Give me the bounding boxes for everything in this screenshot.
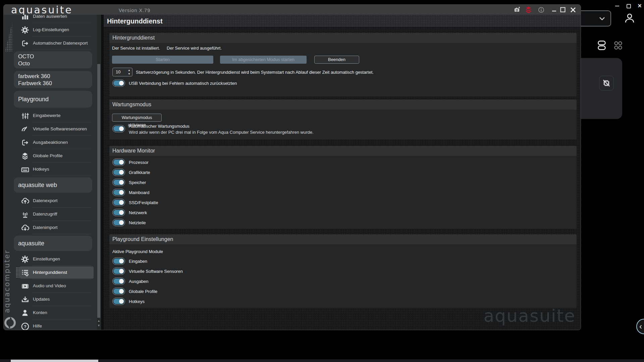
sidebar-card-octo[interactable]: OCTOOcto [14, 51, 92, 68]
taskbar-scrollbar-thumb[interactable] [11, 360, 98, 362]
sidebar-item-label: Datenexport [33, 198, 58, 203]
sidebar-item-ausgabeaktionen[interactable]: Ausgabeaktionen [4, 136, 97, 149]
toggle-description: Wird aktiv wenn der PC drei mal in Folge… [129, 130, 314, 135]
os-close-button[interactable]: × [636, 2, 643, 9]
service-status: Der Service ist installiert.Der Service … [112, 46, 222, 51]
toggle-row: Speicher [112, 177, 158, 187]
toggle-label: Netzteile [129, 220, 146, 225]
window-minimize-button[interactable] [550, 6, 558, 14]
sidebar-item-hotkeys[interactable]: Hotkeys [4, 163, 97, 176]
sidebar-item-einstellungen[interactable]: Einstellungen [4, 252, 97, 266]
status-installed: Der Service ist installiert. [112, 46, 160, 51]
usb-reset-toggle[interactable] [112, 79, 125, 87]
grid-view-icon[interactable] [614, 41, 623, 52]
start-service-button[interactable]: Starten [112, 56, 213, 64]
chart-bars-icon [20, 15, 30, 21]
toggle-row: Virtuelle Software Sensoren [112, 266, 183, 276]
section-title: Playground Einstellungen [109, 234, 577, 244]
toggle-label: SSD/Festplatte [129, 200, 158, 205]
aquasuite-watermark: aquasuite [483, 306, 576, 326]
card-label: OCTO [18, 53, 92, 60]
sidebar-item-label: Globale Profile [33, 153, 63, 158]
card-label: farbwerk 360 [18, 73, 92, 80]
hotkeys-toggle[interactable] [112, 298, 125, 305]
card-label: Playground [18, 96, 92, 103]
user-account-icon[interactable] [624, 13, 635, 25]
sidebar-item-datenzugriff[interactable]: Datenzugriff [4, 207, 97, 221]
sidebar-item-virtuelle-softwaresensoren[interactable]: Virtuelle Softwaresensoren [4, 122, 97, 136]
netzwerk-toggle[interactable] [112, 209, 125, 216]
sidebar-item-label: Ausgabeaktionen [33, 140, 68, 145]
sidebar-item-eingabewerte[interactable]: Eingabewerte [4, 109, 97, 122]
sidebar-item-datenimport[interactable]: Datenimport [4, 221, 97, 234]
sidebar-scrollbar-thumb[interactable] [97, 64, 100, 318]
sidebar-item-log-einstellungen[interactable]: Log-Einstellungen [4, 23, 97, 37]
sidebar-item-datenexport[interactable]: Datenexport [4, 194, 97, 207]
window-maximize-button[interactable] [558, 6, 567, 14]
eingaben-toggle[interactable] [112, 257, 125, 265]
hardware-toggle-list: ProzessorGrafikkarteSpeicherMainboardSSD… [112, 157, 158, 228]
info-icon[interactable] [537, 6, 545, 14]
netzteile-toggle[interactable] [112, 219, 125, 226]
stop-service-button[interactable]: Beenden [314, 56, 359, 64]
toggle-row: Mainboard [112, 187, 158, 197]
svg-text:?: ? [24, 324, 26, 329]
prozessor-toggle[interactable] [112, 159, 125, 166]
chip-disabled-button[interactable] [599, 76, 614, 90]
sidebar-nav-list: Daten auswertenLog-EinstellungenAutomati… [4, 15, 97, 330]
auto-maintenance-toggle[interactable] [112, 125, 125, 132]
delay-spinner[interactable]: 10 ▲▼ [112, 68, 132, 76]
screenshot-camera-icon[interactable] [513, 6, 522, 14]
activate-maintenance-button[interactable]: Wartungsmodus aktivieren [112, 114, 162, 122]
red-layers-icon[interactable] [524, 6, 533, 14]
aquasuite-window: aquasuite Version X.79 Daten aus [3, 4, 581, 330]
sidebar-item-hintergunddienst[interactable]: Hintergunddienst [4, 266, 97, 279]
os-minimize-button[interactable] [614, 3, 621, 9]
virtuelle-software-sensoren-toggle[interactable] [112, 267, 125, 275]
scroll-down-icon[interactable]: ▼ [97, 324, 101, 327]
section-title: Hintergrunddienst [109, 33, 577, 43]
sidebar-card-farbwerk-360[interactable]: farbwerk 360Farbwerk 360 [14, 71, 92, 88]
ssd-festplatte-toggle[interactable] [112, 199, 125, 206]
sidebar-card-aquasuite-web[interactable]: aquasuite web [14, 177, 92, 193]
help-icon: ? [20, 322, 30, 330]
aquacomputer-ring-logo [4, 316, 16, 330]
os-maximize-button[interactable] [625, 3, 632, 9]
scroll-up-icon[interactable]: ▲ [97, 319, 101, 322]
delay-value: 10 [116, 69, 120, 74]
broadcast-icon [20, 210, 30, 219]
ausgaben-toggle[interactable] [112, 278, 125, 285]
safe-mode-start-button[interactable]: Im abgesicherten Modus starten [220, 56, 307, 64]
chip-disabled-icon [602, 78, 611, 88]
sidebar-item-globale-profile[interactable]: Globale Profile [4, 149, 97, 163]
delay-description: Startverzögerung in Sekunden. Der Hinter… [136, 70, 374, 75]
toggle-row: Prozessor [112, 157, 158, 167]
sidebar-item-hilfe[interactable]: ?Hilfe [4, 319, 97, 330]
window-close-button[interactable] [569, 6, 577, 14]
toggle-label: Globale Profile [129, 289, 157, 294]
sidebar-item-updates[interactable]: Updates [4, 293, 97, 306]
globale-profile-toggle[interactable] [112, 288, 125, 295]
content-area: Hintergunddienst Hintergrunddienst Der S… [101, 15, 581, 330]
sidebar-item-konten[interactable]: Konten [4, 306, 97, 319]
spinner-arrows-icon[interactable]: ▲▼ [128, 68, 130, 76]
sidebar-item-daten-auswerten[interactable]: Daten auswerten [4, 15, 97, 23]
grafikkarte-toggle[interactable] [112, 169, 125, 176]
active-modules-label: Aktive Playground Module [112, 249, 163, 254]
desktop: × ‹ aqua [0, 0, 644, 362]
mainboard-toggle[interactable] [112, 189, 125, 196]
sidebar-card-playground[interactable]: Playground [14, 91, 92, 108]
sliders-icon [20, 111, 30, 120]
toggle-row: SSD/Festplatte [112, 197, 158, 207]
sidebar-scrollbar[interactable]: ▲ ▼ [97, 15, 101, 330]
sidebar-item-label: Updates [33, 297, 50, 302]
sidebar-card-aquasuite[interactable]: aquasuite [14, 236, 92, 251]
list-view-icon[interactable] [598, 41, 606, 52]
speicher-toggle[interactable] [112, 179, 125, 186]
sidebar-item-automatischer-datenexport[interactable]: Automatischer Datenexport [4, 37, 97, 50]
taskbar-strip [0, 359, 644, 362]
status-running: Der Service wird ausgeführt. [167, 46, 222, 51]
sidebar-item-audio-und-video[interactable]: Audio und Video [4, 279, 97, 293]
usb-toggle-row: USB Verbindung bei Fehlern automatisch z… [112, 79, 237, 87]
panel-collapse-chevron[interactable]: ‹ [636, 319, 644, 334]
